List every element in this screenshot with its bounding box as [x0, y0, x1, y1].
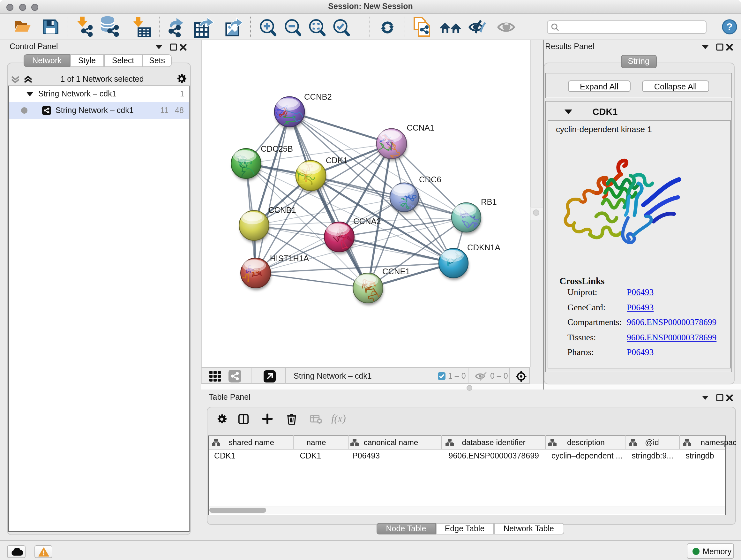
svg-text:?: ? — [726, 21, 733, 33]
svg-text:CCNE1: CCNE1 — [382, 266, 410, 275]
svg-text:CCNB2: CCNB2 — [304, 92, 332, 101]
svg-text:CCNA2: CCNA2 — [353, 216, 381, 226]
svg-text:CDKN1A: CDKN1A — [467, 243, 501, 252]
svg-text:CDK1: CDK1 — [326, 155, 347, 165]
svg-text:CDC6: CDC6 — [419, 175, 441, 184]
svg-text:HIST1H1A: HIST1H1A — [270, 253, 309, 262]
svg-text:CCNB1: CCNB1 — [268, 205, 296, 214]
svg-text:RB1: RB1 — [481, 197, 497, 206]
svg-text:CDC25B: CDC25B — [261, 144, 293, 153]
svg-text:CCNA1: CCNA1 — [407, 123, 434, 132]
